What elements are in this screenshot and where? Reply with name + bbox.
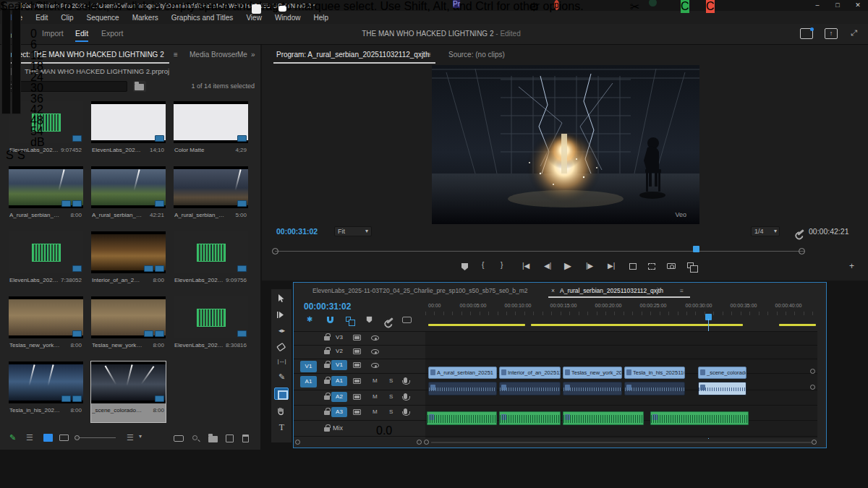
timeline-hscroll-track[interactable] — [431, 442, 812, 443]
scrubber-end-handle[interactable] — [799, 248, 805, 254]
project-item[interactable]: Color Matte 4;29 — [174, 101, 248, 162]
play-button[interactable]: ▶ — [564, 260, 571, 271]
find-icon[interactable] — [192, 435, 197, 440]
sort-chevron-icon[interactable]: ▾ — [139, 433, 142, 440]
source-a1-badge[interactable]: A1 — [300, 376, 317, 388]
button-editor-icon[interactable]: + — [849, 261, 854, 271]
tab-media-browser[interactable]: Media Browser — [190, 51, 238, 59]
mark-in-icon[interactable]: { — [482, 261, 484, 269]
step-forward-icon[interactable]: |▶ — [586, 262, 593, 270]
fullscreen-icon[interactable]: ⤢ — [851, 28, 857, 38]
mix-value[interactable]: 0.0 — [376, 424, 392, 437]
search-input[interactable] — [6, 81, 127, 92]
razor-tool[interactable] — [276, 343, 287, 354]
snip-tool-icon[interactable]: ✂ — [630, 0, 639, 14]
red-c-app-icon[interactable]: C — [706, 0, 715, 13]
go-to-out-icon[interactable]: ▶| — [608, 262, 615, 270]
track-a2-solo-button[interactable]: S — [389, 393, 393, 400]
linked-selection-icon[interactable] — [346, 317, 351, 322]
settings-gear-icon[interactable]: ⚙ — [529, 0, 539, 14]
timeline-timecode[interactable]: 00:00:31:02 — [304, 301, 351, 312]
writable-pencil-icon[interactable]: ✎ — [9, 433, 16, 442]
nest-toggle-icon[interactable]: ✱ — [307, 315, 312, 323]
program-panel-menu-icon[interactable]: ≡ — [427, 51, 431, 59]
timeline-clip-a1[interactable] — [499, 382, 561, 395]
taskbar-search[interactable]: Search — [0, 0, 37, 13]
track-v2-badge[interactable]: V2 — [331, 346, 347, 356]
lock-icon[interactable] — [324, 336, 330, 341]
maximize-button[interactable]: □ — [827, 0, 848, 11]
settings-wrench-icon[interactable] — [797, 229, 804, 236]
project-item[interactable]: A_rural_serbian_202... 42:21 — [91, 166, 166, 227]
red-p-app-icon[interactable]: p — [554, 0, 559, 10]
track-v3-badge[interactable]: V3 — [331, 333, 347, 343]
new-bin-icon[interactable] — [208, 436, 218, 442]
tab-source[interactable]: Source: (no clips) — [448, 51, 505, 59]
timeline-clip-v1[interactable]: A_rural_serbian_20251 — [428, 367, 497, 379]
type-tool[interactable]: T — [276, 422, 287, 433]
track-a3-mic-icon[interactable] — [404, 408, 407, 414]
extract-icon[interactable] — [648, 263, 655, 270]
pen-tool[interactable]: ✎ — [276, 372, 287, 383]
export-frame-icon[interactable] — [667, 263, 676, 269]
captions-icon[interactable] — [402, 317, 412, 323]
track-a2-mic-icon[interactable] — [404, 393, 407, 399]
sort-icon[interactable]: ☰ — [127, 433, 134, 442]
tab-sequence-1[interactable]: ElevenLabs_2025-11-03T20_04_25_Charlie_p… — [312, 287, 528, 294]
lock-icon[interactable] — [324, 380, 330, 384]
project-item[interactable]: Teslas_new_york_202... 8:00 — [91, 296, 166, 357]
lock-icon[interactable] — [324, 411, 330, 415]
mark-out-icon[interactable]: } — [501, 261, 503, 269]
tab-program[interactable]: Program: A_rural_serbian_202511032112_qx… — [276, 51, 429, 59]
menu-help[interactable]: Help — [307, 14, 335, 22]
timeline-clip-a3[interactable] — [499, 411, 561, 425]
slip-tool[interactable]: |↔| — [276, 358, 287, 369]
tab-export[interactable]: Export — [101, 29, 123, 38]
sequence-2-menu-icon[interactable]: ≡ — [680, 287, 684, 294]
zoom-dropdown[interactable]: 1/4 ▾ — [751, 226, 780, 236]
tab-edit[interactable]: Edit — [75, 29, 88, 38]
timeline-clip-v1[interactable]: _scene_colorado — [698, 367, 746, 379]
rectangle-tool-selected[interactable] — [274, 388, 289, 400]
more-panels-icon[interactable]: » — [251, 51, 255, 59]
timeline-hscroll-right-handle[interactable] — [812, 440, 817, 445]
tab-project[interactable]: Project: THE MAN WHO HACKED LIGHTNING 2 — [6, 51, 164, 59]
track-a1-mute-button[interactable]: M — [373, 377, 378, 384]
timeline-clip-a3[interactable] — [563, 411, 644, 425]
ripple-edit-tool[interactable]: ◂▸ — [276, 327, 287, 338]
track-a1-mic-icon[interactable] — [404, 377, 407, 383]
track-a2-badge[interactable]: A2 — [331, 392, 347, 402]
workspace-icon[interactable] — [800, 28, 813, 39]
selection-tool[interactable] — [276, 294, 287, 304]
minimize-button[interactable]: – — [807, 0, 827, 11]
add-marker-icon[interactable] — [461, 263, 468, 270]
menu-markers[interactable]: Markers — [126, 14, 165, 22]
hand-tool[interactable] — [276, 406, 287, 417]
freeform-view-icon[interactable] — [59, 435, 69, 441]
share-icon[interactable]: ↑ — [825, 28, 838, 39]
sync-lock-icon[interactable] — [353, 394, 361, 400]
project-item[interactable]: Interior_of_an_202511... 8:00 — [91, 231, 166, 292]
trash-icon[interactable] — [242, 435, 249, 442]
menu-view[interactable]: View — [239, 14, 268, 22]
go-to-in-icon[interactable]: |◀ — [522, 262, 529, 270]
track-v1-scroll-handle[interactable] — [810, 369, 815, 374]
list-view-icon[interactable]: ☰ — [26, 433, 33, 442]
sequence-2-close-icon[interactable]: × — [551, 287, 555, 294]
fit-dropdown[interactable]: Fit ▾ — [334, 226, 372, 236]
timeline-hscroll-left-handle[interactable] — [424, 440, 429, 445]
project-item[interactable]: ElevenLabs_2025-... 8:30816 — [174, 296, 248, 357]
timeline-clip-v1[interactable]: Tesla_in_his_20251103 — [624, 367, 685, 379]
sync-lock-icon[interactable] — [353, 335, 361, 341]
sync-lock-icon[interactable] — [353, 348, 361, 354]
project-item[interactable]: A_rural_serbian_2025... 5:00 — [174, 166, 248, 227]
tab-import[interactable]: Import — [42, 29, 64, 38]
menu-clip[interactable]: Clip — [54, 14, 80, 22]
menu-sequence[interactable]: Sequence — [80, 14, 126, 22]
project-panel-menu-icon[interactable]: ≡ — [174, 51, 178, 59]
sync-lock-icon[interactable] — [353, 362, 361, 368]
project-item[interactable]: ElevenLabs_2025-... 9:09756 — [174, 231, 248, 292]
timeline-ruler[interactable]: 00:00 00:00:05:00 00:00:10:00 00:00:15:0… — [425, 303, 817, 328]
tab-sequence-2[interactable]: A_rural_serbian_202511032112_qxjth — [560, 287, 663, 294]
sync-lock-icon[interactable] — [353, 378, 361, 384]
